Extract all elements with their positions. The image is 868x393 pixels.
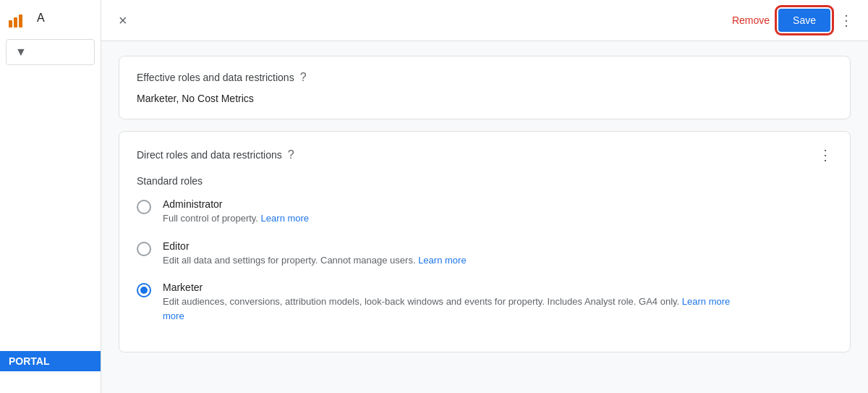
effective-roles-card: Effective roles and data restrictions ? … [119,56,851,119]
standard-roles-label: Standard roles [137,175,833,187]
sidebar-title: A [28,12,54,30]
editor-content: Editor Edit all data and settings for pr… [163,240,833,268]
direct-roles-card: Direct roles and data restrictions ? ⋮ S… [119,131,851,352]
editor-desc: Edit all data and settings for property.… [163,253,833,268]
effective-roles-title-text: Effective roles and data restrictions [137,72,294,83]
direct-roles-card-header: Direct roles and data restrictions ? ⋮ [137,146,833,164]
direct-roles-title-text: Direct roles and data restrictions [137,149,282,161]
marketer-more-link[interactable]: more [163,310,184,321]
dialog-header: × Remove Save ⋮ [101,0,868,41]
editor-desc-text: Edit all data and settings for property.… [163,255,416,266]
marketer-label: Marketer [163,282,833,293]
direct-roles-more-icon[interactable]: ⋮ [818,146,833,164]
effective-roles-help-icon[interactable]: ? [300,71,307,84]
radio-administrator[interactable] [137,200,151,214]
analytics-logo [9,14,22,28]
radio-editor[interactable] [137,242,151,256]
remove-button[interactable]: Remove [732,14,770,26]
more-options-icon[interactable]: ⋮ [839,12,854,29]
portal-badge-wrapper: PORTAL www.portal.ir [0,358,101,371]
sidebar-dropdown[interactable]: ▼ [6,39,95,65]
save-button[interactable]: Save [778,9,830,32]
main-content: × Remove Save ⋮ Effective roles and data… [101,0,868,393]
administrator-desc: Full control of property. Learn more [163,211,833,226]
marketer-desc-text: Edit audiences, conversions, attribution… [163,296,679,307]
radio-marketer[interactable] [137,283,151,297]
editor-label: Editor [163,240,833,252]
effective-roles-value: Marketer, No Cost Metrics [137,93,833,104]
dialog-header-right: Remove Save ⋮ [732,9,854,32]
direct-roles-title-group: Direct roles and data restrictions ? [137,148,294,161]
close-button[interactable]: × [116,10,130,30]
administrator-desc-text: Full control of property. [163,213,258,224]
dialog-header-left: × [116,10,130,30]
direct-roles-help-icon[interactable]: ? [288,148,294,161]
administrator-learn-more-link[interactable]: Learn more [261,213,309,224]
radio-option-editor[interactable]: Editor Edit all data and settings for pr… [137,240,833,268]
chevron-down-icon: ▼ [15,46,27,59]
radio-option-administrator[interactable]: Administrator Full control of property. … [137,198,833,226]
dialog-body: Effective roles and data restrictions ? … [101,41,868,393]
administrator-label: Administrator [163,198,833,210]
effective-roles-title: Effective roles and data restrictions ? [137,71,833,84]
marketer-content: Marketer Edit audiences, conversions, at… [163,282,833,323]
sidebar: A ▼ PORTAL www.portal.ir [0,0,101,393]
sidebar-top-bar: A [0,6,101,36]
portal-badge: PORTAL [0,351,101,371]
editor-learn-more-link[interactable]: Learn more [418,255,466,266]
administrator-content: Administrator Full control of property. … [163,198,833,226]
marketer-learn-more-link[interactable]: Learn more [682,296,730,307]
radio-option-marketer[interactable]: Marketer Edit audiences, conversions, at… [137,282,833,323]
marketer-desc: Edit audiences, conversions, attribution… [163,295,833,323]
